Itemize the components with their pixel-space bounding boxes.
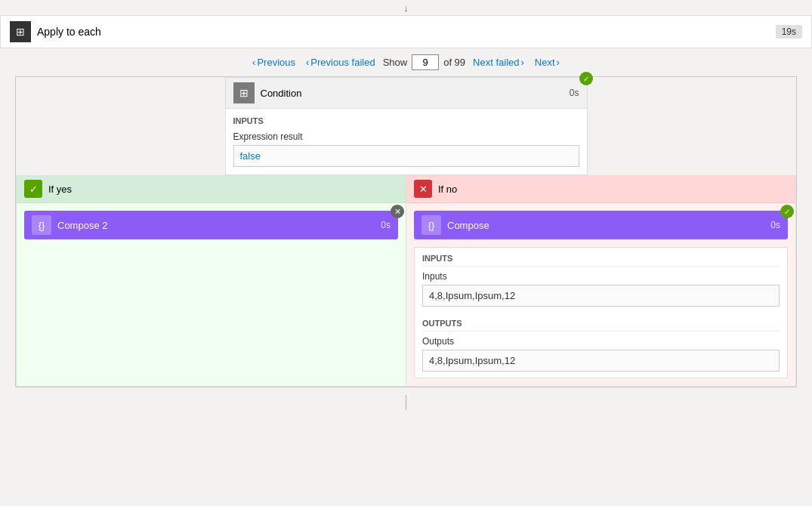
apply-to-each-duration: 19s — [776, 25, 802, 39]
compose-inputs-section: INPUTS Inputs 4,8,Ipsum,Ipsum,12 — [415, 248, 787, 313]
bottom-connector — [406, 395, 406, 410]
nav-bar: ‹ Previous ‹ Previous failed Show of 99 … — [0, 48, 812, 76]
chevron-right-icon-2: › — [557, 57, 560, 68]
if-no-branch: ✕ If no {} Compose 0s ✓ INPUTS Inputs 4,… — [406, 175, 795, 386]
condition-body: INPUTS Expression result false — [226, 109, 587, 174]
top-arrow: ↓ — [0, 0, 812, 15]
condition-icon: ⊞ — [233, 82, 255, 103]
compose-body: INPUTS Inputs 4,8,Ipsum,Ipsum,12 OUTPUTS… — [414, 247, 788, 378]
condition-title: Condition — [261, 88, 563, 99]
apply-to-each-icon: ⊞ — [10, 21, 31, 42]
condition-wrapper: ⊞ Condition 0s INPUTS Expression result … — [225, 77, 588, 175]
compose-outputs-value: 4,8,Ipsum,Ipsum,12 — [422, 350, 780, 372]
compose-outputs-section-label: OUTPUTS — [422, 319, 780, 332]
previous-failed-button[interactable]: ‹ Previous failed — [303, 55, 378, 69]
condition-block: ⊞ Condition 0s INPUTS Expression result … — [225, 77, 588, 175]
if-yes-title: If yes — [48, 184, 72, 195]
if-no-title: If no — [438, 184, 457, 195]
inputs-section-label: INPUTS — [233, 116, 579, 125]
compose2-icon: {} — [32, 215, 51, 235]
chevron-right-icon: › — [521, 57, 524, 68]
compose-block: {} Compose 0s ✓ — [414, 211, 788, 239]
if-no-header: ✕ If no — [406, 175, 795, 203]
check-icon-yes: ✓ — [24, 180, 42, 198]
if-yes-branch: ✓ If yes {} Compose 2 0s ✕ — [17, 175, 406, 386]
chevron-left-icon-2: ‹ — [306, 57, 309, 68]
expression-field-label: Expression result — [233, 131, 579, 142]
previous-button[interactable]: ‹ Previous — [249, 55, 298, 69]
compose-title: Compose — [447, 220, 764, 231]
compose2-close-button[interactable]: ✕ — [391, 205, 404, 218]
next-failed-button[interactable]: Next failed › — [470, 55, 527, 69]
outer-container: ⊞ Condition 0s INPUTS Expression result … — [15, 76, 797, 387]
compose-inputs-section-label: INPUTS — [422, 254, 780, 267]
compose2-block: {} Compose 2 0s ✕ — [24, 211, 398, 239]
expression-field-value: false — [233, 145, 579, 167]
compose-inputs-value: 4,8,Ipsum,Ipsum,12 — [422, 285, 780, 307]
apply-to-each-title: Apply to each — [37, 26, 770, 38]
condition-header: ⊞ Condition 0s — [226, 78, 587, 109]
compose-duration: 0s — [770, 220, 780, 230]
chevron-left-icon: ‹ — [252, 57, 255, 68]
compose-success-badge: ✓ — [780, 205, 794, 218]
compose-icon: {} — [421, 215, 441, 235]
compose2-duration: 0s — [381, 220, 391, 230]
branch-area: ✓ If yes {} Compose 2 0s ✕ ✕ If no {} Co… — [16, 175, 796, 387]
show-label: Show — [383, 57, 408, 68]
condition-center: ⊞ Condition 0s INPUTS Expression result … — [16, 77, 796, 175]
compose-outputs-section: OUTPUTS Outputs 4,8,Ipsum,Ipsum,12 — [415, 313, 787, 378]
show-input[interactable] — [412, 54, 439, 70]
apply-to-each-header: ⊞ Apply to each 19s — [0, 15, 812, 48]
of-label: of 99 — [443, 57, 465, 68]
compose2-title: Compose 2 — [57, 220, 375, 231]
condition-success-badge: ✓ — [579, 72, 593, 85]
compose-outputs-label: Outputs — [422, 336, 780, 347]
compose-inputs-label: Inputs — [422, 271, 780, 282]
x-icon-no: ✕ — [414, 180, 432, 198]
if-yes-header: ✓ If yes — [17, 175, 406, 203]
next-button[interactable]: Next › — [532, 55, 563, 69]
bottom-line — [0, 395, 812, 410]
condition-duration: 0s — [570, 88, 579, 98]
